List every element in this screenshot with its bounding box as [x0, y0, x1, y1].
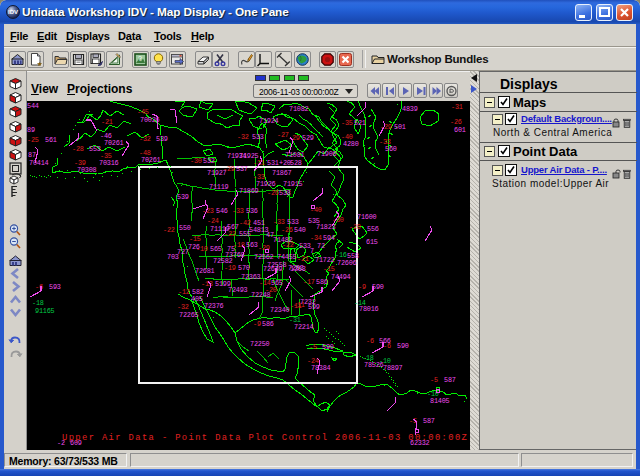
- svg-text:565: 565: [271, 279, 283, 287]
- svg-text:70316: 70316: [99, 159, 119, 167]
- svg-text:-31: -31: [451, 103, 463, 111]
- svg-text:72493: 72493: [228, 286, 248, 294]
- svg-text:72681: 72681: [195, 267, 215, 275]
- svg-text:536: 536: [246, 207, 258, 215]
- svg-text:601: 601: [454, 126, 466, 134]
- svg-text:556: 556: [367, 225, 379, 233]
- svg-text:-9: -9: [253, 320, 261, 328]
- svg-text:-22: -22: [282, 241, 294, 249]
- svg-text:72214: 72214: [294, 323, 314, 331]
- svg-text:-9: -9: [358, 283, 366, 291]
- svg-text:538: 538: [279, 189, 291, 197]
- svg-text:72363: 72363: [241, 273, 261, 281]
- svg-text:Upper Air Data - Point Data Pl: Upper Air Data - Point Data Plot Control…: [62, 433, 468, 443]
- svg-text:529: 529: [302, 134, 314, 142]
- svg-text:537: 537: [236, 165, 248, 173]
- svg-text:587: 587: [423, 417, 435, 425]
- svg-text:-12: -12: [178, 288, 190, 296]
- svg-text:-33: -33: [273, 218, 285, 226]
- svg-text:-18: -18: [233, 241, 245, 249]
- svg-text:-29: -29: [288, 134, 300, 142]
- svg-text:74494: 74494: [331, 273, 351, 281]
- svg-text:-28: -28: [72, 145, 84, 153]
- svg-text:78016: 78016: [359, 305, 379, 313]
- svg-text:531: 531: [267, 159, 279, 167]
- svg-text:71924: 71924: [259, 117, 279, 125]
- svg-text:563: 563: [246, 241, 258, 249]
- svg-text:-24: -24: [207, 217, 219, 225]
- svg-text:-13: -13: [201, 280, 213, 288]
- svg-text:726: 726: [188, 243, 200, 251]
- svg-text:72340: 72340: [270, 306, 290, 314]
- svg-text:533: 533: [299, 242, 311, 250]
- svg-text:91165: 91165: [35, 307, 55, 315]
- svg-text:-26: -26: [450, 118, 462, 126]
- svg-text:-5: -5: [430, 376, 438, 384]
- svg-text:533: 533: [287, 218, 299, 226]
- svg-text:-22: -22: [163, 226, 175, 234]
- svg-text:71926: 71926: [256, 180, 276, 188]
- svg-text:567: 567: [227, 223, 239, 231]
- svg-text:-6: -6: [35, 283, 43, 291]
- svg-text:7: 7: [310, 247, 314, 255]
- svg-text:72265: 72265: [179, 311, 199, 319]
- svg-text:590: 590: [372, 283, 384, 291]
- svg-text:-33: -33: [232, 207, 244, 215]
- svg-text:-34: -34: [310, 234, 322, 242]
- svg-text:-29: -29: [223, 165, 235, 173]
- svg-text:71082: 71082: [289, 105, 309, 113]
- svg-text:71906: 71906: [317, 150, 337, 158]
- svg-text:590: 590: [322, 343, 334, 351]
- svg-text:-32: -32: [177, 303, 189, 311]
- svg-text:71722: 71722: [315, 256, 335, 264]
- svg-text:70261: 70261: [104, 139, 124, 147]
- svg-text:539: 539: [177, 193, 189, 201]
- svg-text:546: 546: [216, 207, 228, 215]
- svg-text:71119: 71119: [209, 183, 229, 191]
- svg-text:405: 405: [191, 295, 203, 303]
- svg-text:550: 550: [179, 224, 191, 232]
- svg-text:7232: 7232: [300, 298, 316, 306]
- svg-text:570: 570: [238, 264, 250, 272]
- svg-text:87: 87: [28, 151, 36, 159]
- svg-text:540: 540: [294, 226, 306, 234]
- svg-text:72250: 72250: [250, 340, 270, 348]
- svg-text:590: 590: [397, 342, 409, 350]
- svg-text:-20: -20: [349, 223, 361, 231]
- svg-text:-19: -19: [224, 264, 236, 272]
- svg-text:72: 72: [317, 242, 325, 250]
- svg-text:-32: -32: [139, 135, 151, 143]
- svg-text:539: 539: [156, 135, 168, 143]
- svg-text:70308: 70308: [77, 166, 97, 174]
- svg-text:587: 587: [444, 376, 456, 384]
- svg-text:-16: -16: [335, 251, 347, 259]
- svg-text:-40: -40: [310, 206, 322, 214]
- svg-text:528: 528: [290, 159, 302, 167]
- svg-text:-35: -35: [341, 119, 353, 127]
- svg-text:615: 615: [366, 238, 378, 246]
- svg-text:71867: 71867: [272, 169, 292, 177]
- svg-text:451: 451: [253, 219, 265, 227]
- svg-text:-27: -27: [277, 131, 289, 139]
- svg-text:-42: -42: [239, 219, 251, 227]
- svg-text:565: 565: [210, 245, 222, 253]
- svg-text:74455: 74455: [277, 253, 297, 261]
- svg-text:-25: -25: [27, 136, 39, 144]
- svg-text:72582: 72582: [213, 257, 233, 265]
- svg-text:553: 553: [89, 145, 101, 153]
- svg-text:-45: -45: [137, 108, 149, 116]
- svg-text:-14: -14: [259, 279, 271, 287]
- svg-text:-17: -17: [303, 278, 315, 286]
- svg-text:-32: -32: [237, 133, 249, 141]
- svg-text:-29: -29: [258, 244, 270, 252]
- svg-text:1263: 1263: [290, 265, 306, 273]
- svg-text:-15: -15: [323, 265, 335, 273]
- svg-text:89: 89: [27, 126, 35, 134]
- svg-text:593: 593: [49, 283, 61, 291]
- svg-text:78384: 78384: [311, 364, 331, 372]
- svg-text:544: 544: [27, 102, 39, 110]
- svg-text:594: 594: [323, 234, 335, 242]
- svg-text:71915: 71915: [283, 180, 303, 188]
- svg-text:71869: 71869: [239, 187, 259, 195]
- svg-text:72562: 72562: [254, 253, 274, 261]
